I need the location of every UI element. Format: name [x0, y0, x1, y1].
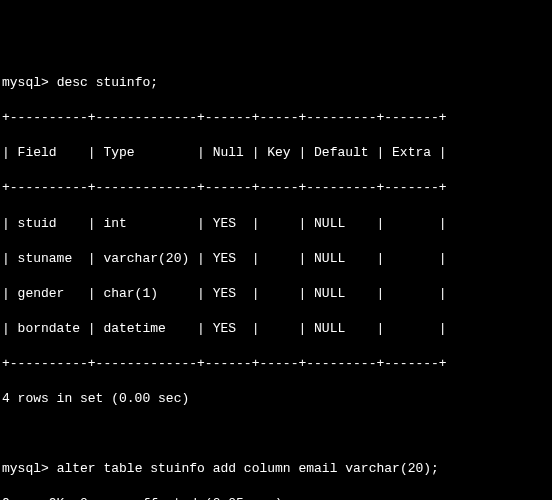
table1-row-borndate: | borndate | datetime | YES | | NULL | |: [2, 320, 550, 338]
prompt-line-1: mysql> desc stuinfo;: [2, 74, 550, 92]
mysql-prompt: mysql>: [2, 75, 49, 90]
blank-line-1: [2, 425, 550, 443]
table1-footer: 4 rows in set (0.00 sec): [2, 390, 550, 408]
table1-header: | Field | Type | Null | Key | Default | …: [2, 144, 550, 162]
command-desc-1: desc stuinfo;: [57, 75, 158, 90]
table1-row-stuid: | stuid | int | YES | | NULL | |: [2, 215, 550, 233]
prompt-line-2: mysql> alter table stuinfo add column em…: [2, 460, 550, 478]
table1-row-stuname: | stuname | varchar(20) | YES | | NULL |…: [2, 250, 550, 268]
table1-border-top: +----------+-------------+------+-----+-…: [2, 109, 550, 127]
alter-result-line1: Query OK, 0 rows affected (0.05 sec): [2, 495, 550, 500]
table1-border-mid: +----------+-------------+------+-----+-…: [2, 179, 550, 197]
table1-row-gender: | gender | char(1) | YES | | NULL | |: [2, 285, 550, 303]
table1-border-bottom: +----------+-------------+------+-----+-…: [2, 355, 550, 373]
command-alter: alter table stuinfo add column email var…: [57, 461, 439, 476]
mysql-prompt: mysql>: [2, 461, 49, 476]
